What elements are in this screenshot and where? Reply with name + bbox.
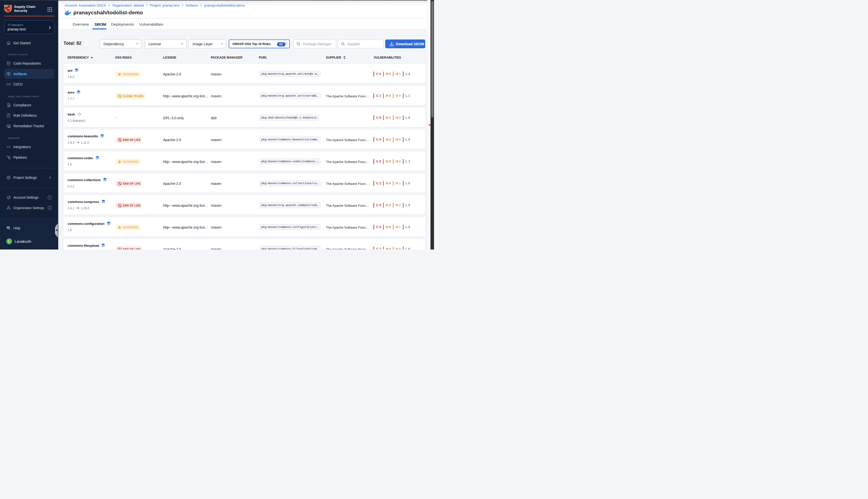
svg-text:?: ? <box>8 227 9 228</box>
